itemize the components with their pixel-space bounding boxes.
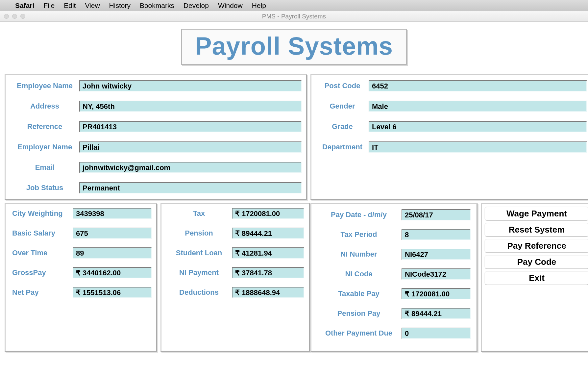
employer-name-field[interactable]: Pillai [79,141,302,153]
menubar-item-edit[interactable]: Edit [64,2,76,10]
pension-label: Pension [166,229,232,238]
menubar-item-develop[interactable]: Develop [184,2,209,10]
net-pay-field[interactable]: ₹ 1551513.06 [73,287,152,298]
grade-field[interactable]: Level 6 [369,121,587,132]
panel-salary-group: City Weighting 3439398 Basic Salary 675 … [5,203,307,352]
menubar-item-file[interactable]: File [43,2,55,10]
tax-period-label: Tax Period [316,230,402,239]
employee-name-field[interactable]: John witwicky [79,80,302,91]
postcode-label: Post Code [316,82,369,90]
gross-pay-label: GrossPay [10,268,73,277]
grade-label: Grade [316,122,369,131]
over-time-label: Over Time [10,249,73,257]
department-label: Department [316,143,369,151]
net-pay-label: Net Pay [10,288,73,297]
menubar-item-history[interactable]: History [109,2,131,10]
student-loan-field[interactable]: ₹ 41281.94 [232,247,304,259]
menubar-item-view[interactable]: View [85,2,100,10]
city-weighting-field[interactable]: 3439398 [73,208,152,219]
employer-name-label: Employer Name [10,143,79,151]
panel-pay: Pay Date - d/m/y 25/08/17 Tax Period 8 N… [310,203,478,352]
postcode-field[interactable]: 6452 [369,80,587,91]
ni-code-field[interactable]: NICode3172 [402,268,471,280]
student-loan-label: Student Loan [166,249,232,257]
panel-salary-left: City Weighting 3439398 Basic Salary 675 … [5,203,157,352]
basic-salary-label: Basic Salary [10,229,73,238]
employee-name-label: Employee Name [10,82,79,90]
tax-field[interactable]: ₹ 1720081.00 [232,208,304,219]
ni-number-field[interactable]: NI6427 [402,249,471,260]
menubar-item-help[interactable]: Help [252,2,266,10]
wage-payment-button[interactable]: Wage Payment [484,207,588,221]
other-payment-field[interactable]: 0 [402,328,471,339]
ni-number-label: NI Number [316,250,402,259]
ni-code-label: NI Code [316,270,402,278]
reference-field[interactable]: PR401413 [79,121,302,132]
job-status-field[interactable]: Permanent [79,182,302,193]
address-field[interactable]: NY, 456th [79,101,302,112]
deductions-field[interactable]: ₹ 1888648.94 [232,287,304,298]
basic-salary-field[interactable]: 675 [73,228,152,239]
window-title: PMS - Payroll Systems [0,13,588,20]
pay-date-field[interactable]: 25/08/17 [402,209,471,220]
deductions-label: Deductions [166,288,232,297]
gender-label: Gender [316,102,369,111]
macos-menubar: Safari File Edit View History Bookmarks … [0,0,588,11]
panel-codes: Post Code 6452 Gender Male Grade Level 6… [310,74,588,200]
menubar-item-window[interactable]: Window [218,2,243,10]
email-label: Email [10,163,79,172]
address-label: Address [10,102,79,111]
menubar-app-name[interactable]: Safari [15,2,34,10]
pension-pay-field[interactable]: ₹ 89444.21 [402,308,471,319]
over-time-field[interactable]: 89 [73,247,152,259]
pension-field[interactable]: ₹ 89444.21 [232,228,304,239]
panel-salary-right: Tax ₹ 1720081.00 Pension ₹ 89444.21 Stud… [160,203,310,352]
tax-period-field[interactable]: 8 [402,229,471,240]
ni-payment-field[interactable]: ₹ 37841.78 [232,267,304,278]
pay-code-button[interactable]: Pay Code [484,255,588,269]
city-weighting-label: City Weighting [10,209,73,218]
pay-reference-button[interactable]: Pay Reference [484,239,588,253]
taxable-pay-label: Taxable Pay [316,289,402,298]
tax-label: Tax [166,209,232,218]
exit-button[interactable]: Exit [484,271,588,285]
gender-field[interactable]: Male [369,101,587,112]
ni-payment-label: NI Payment [166,268,232,277]
reset-system-button[interactable]: Reset System [484,223,588,237]
department-field[interactable]: IT [369,141,587,153]
window-titlebar: PMS - Payroll Systems [0,11,588,22]
menubar-item-bookmarks[interactable]: Bookmarks [140,2,174,10]
pension-pay-label: Pension Pay [316,309,402,318]
other-payment-label: Other Payment Due [316,329,402,338]
panel-buttons: Wage Payment Reset System Pay Reference … [481,203,588,352]
email-field[interactable]: johnwitwicky@gmail.com [79,162,302,173]
job-status-label: Job Status [10,184,79,192]
taxable-pay-field[interactable]: ₹ 1720081.00 [402,288,471,299]
pay-date-label: Pay Date - d/m/y [316,211,402,219]
page-title: Payroll Systems [195,32,393,60]
panel-employee: Employee Name John witwicky Address NY, … [5,74,307,200]
reference-label: Reference [10,122,79,131]
page-title-banner: Payroll Systems [181,29,407,65]
gross-pay-field[interactable]: ₹ 3440162.00 [73,267,152,278]
